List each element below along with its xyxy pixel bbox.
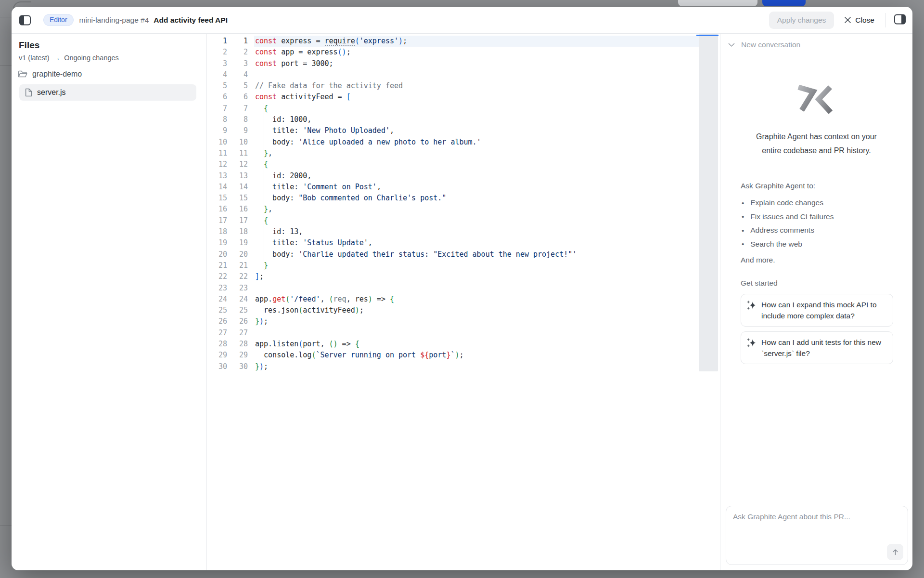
code-line[interactable]: 1313 id: 2000, bbox=[207, 171, 720, 182]
code-editor[interactable]: 11const express = require('express');22c… bbox=[207, 34, 720, 570]
code-text: id: 1000, bbox=[248, 114, 311, 125]
gutter-line-number-new: 11 bbox=[227, 148, 248, 159]
bullet-icon: • bbox=[742, 240, 744, 248]
code-line[interactable]: 66const activityFeed = [ bbox=[207, 92, 720, 103]
code-line[interactable]: 1616 }, bbox=[207, 204, 720, 215]
folder-name: graphite-demo bbox=[32, 70, 82, 79]
screen: Editor mini-landing-page #4 Add activity… bbox=[0, 0, 924, 578]
code-line[interactable]: 2525 res.json(activityFeed); bbox=[207, 305, 720, 316]
gutter-line-number-new: 10 bbox=[227, 137, 248, 148]
code-line[interactable]: 3030}); bbox=[207, 361, 720, 372]
code-line[interactable]: 55// Fake data for the activity feed bbox=[207, 80, 720, 92]
code-line[interactable]: 88 id: 1000, bbox=[207, 114, 720, 125]
code-line[interactable]: 1414 title: 'Comment on Post', bbox=[207, 182, 720, 193]
background-edge bbox=[0, 17, 12, 17]
gutter-line-number-new: 17 bbox=[227, 215, 248, 226]
code-text: }); bbox=[248, 361, 268, 372]
code-line[interactable]: 1818 id: 13, bbox=[207, 226, 720, 237]
gutter-line-number-old: 12 bbox=[207, 159, 227, 170]
arrow-right-icon: → bbox=[53, 54, 61, 62]
gutter-line-number-old: 18 bbox=[207, 226, 227, 237]
gutter-line-number-new: 1 bbox=[227, 36, 248, 47]
gutter-line-number-new: 16 bbox=[227, 204, 248, 215]
suggestion-card[interactable]: How can I add unit tests for this new `s… bbox=[741, 331, 893, 364]
gutter-line-number-old: 19 bbox=[207, 237, 227, 249]
background-primary-button bbox=[762, 0, 806, 6]
code-text: const port = 3000; bbox=[248, 58, 334, 69]
version-to: Ongoing changes bbox=[64, 54, 119, 62]
gutter-line-number-new: 20 bbox=[227, 249, 248, 260]
gutter-line-number-old: 27 bbox=[207, 328, 227, 339]
folder-item[interactable]: graphite-demo bbox=[18, 70, 82, 79]
ask-heading: Ask Graphite Agent to: bbox=[741, 182, 815, 190]
chat-input[interactable] bbox=[726, 506, 908, 540]
topbar: Editor mini-landing-page #4 Add activity… bbox=[12, 7, 912, 34]
code-text: { bbox=[248, 215, 268, 226]
gutter-line-number-old: 8 bbox=[207, 114, 227, 125]
capability-item: • Fix issues and CI failures bbox=[742, 210, 834, 224]
version-from: v1 (latest) bbox=[19, 54, 50, 62]
code-line[interactable]: 99 title: 'New Photo Uploaded', bbox=[207, 125, 720, 136]
gutter-line-number-old: 22 bbox=[207, 271, 227, 282]
code-line[interactable]: 2727 bbox=[207, 328, 720, 339]
gutter-line-number-old: 11 bbox=[207, 148, 227, 159]
gutter-line-number-new: 28 bbox=[227, 339, 248, 350]
suggestion-card[interactable]: How can I expand this mock API to includ… bbox=[741, 294, 893, 327]
background-search-bar bbox=[678, 0, 757, 6]
code-line[interactable]: 11const express = require('express'); bbox=[207, 36, 720, 47]
code-line[interactable]: 2424app.get('/feed', (req, res) => { bbox=[207, 294, 720, 305]
code-line[interactable]: 77 { bbox=[207, 103, 720, 114]
panel-toggle-icon[interactable] bbox=[894, 14, 906, 26]
version-range: v1 (latest) → Ongoing changes bbox=[19, 54, 119, 62]
code-line[interactable]: 2929 console.log(`Server running on port… bbox=[207, 350, 720, 361]
apply-changes-button[interactable]: Apply changes bbox=[769, 12, 834, 29]
close-button[interactable]: Close bbox=[843, 13, 876, 27]
conversation-label: New conversation bbox=[741, 40, 800, 49]
gutter-line-number-old: 7 bbox=[207, 103, 227, 114]
agent-tagline: Graphite Agent has context on your entir… bbox=[720, 130, 912, 158]
code-line[interactable]: 44 bbox=[207, 69, 720, 80]
get-started-heading: Get started bbox=[741, 279, 778, 288]
file-item-selected[interactable]: server.js bbox=[19, 84, 196, 101]
code-line[interactable]: 22const app = express(); bbox=[207, 47, 720, 58]
code-line[interactable]: 2828app.listen(port, () => { bbox=[207, 339, 720, 350]
graphite-logo bbox=[720, 83, 912, 114]
code-line[interactable]: 1212 { bbox=[207, 159, 720, 170]
code-line[interactable]: 2020 body: 'Charlie updated their status… bbox=[207, 249, 720, 260]
gutter-line-number-new: 13 bbox=[227, 171, 248, 182]
code-line[interactable]: 33const port = 3000; bbox=[207, 58, 720, 69]
code-text: title: 'New Photo Uploaded', bbox=[248, 125, 394, 136]
send-button[interactable] bbox=[887, 544, 903, 560]
background-edge bbox=[0, 525, 12, 525]
file-name: server.js bbox=[37, 88, 66, 97]
gutter-line-number-new: 7 bbox=[227, 103, 248, 114]
sidebar-toggle-icon[interactable] bbox=[19, 15, 31, 26]
close-label: Close bbox=[855, 16, 874, 25]
code-line[interactable]: 1717 { bbox=[207, 215, 720, 226]
code-text: { bbox=[248, 159, 268, 170]
code-text: id: 13, bbox=[248, 226, 303, 237]
code-line[interactable]: 2323 bbox=[207, 283, 720, 294]
code-line[interactable]: 2222]; bbox=[207, 271, 720, 282]
gutter-line-number-new: 3 bbox=[227, 58, 248, 69]
conversation-selector[interactable]: New conversation bbox=[728, 40, 800, 49]
gutter-line-number-old: 5 bbox=[207, 80, 227, 92]
gutter-line-number-old: 14 bbox=[207, 182, 227, 193]
chat-input-container bbox=[726, 506, 908, 565]
code-line[interactable]: 1111 }, bbox=[207, 148, 720, 159]
code-text: id: 2000, bbox=[248, 171, 311, 182]
code-text: } bbox=[248, 260, 268, 271]
gutter-line-number-old: 24 bbox=[207, 294, 227, 305]
code-text bbox=[248, 283, 255, 294]
code-line[interactable]: 2121 } bbox=[207, 260, 720, 271]
capability-label: Address comments bbox=[750, 226, 814, 235]
code-text: ]; bbox=[248, 271, 264, 282]
gutter-line-number-old: 13 bbox=[207, 171, 227, 182]
code-line[interactable]: 1919 title: 'Status Update', bbox=[207, 237, 720, 249]
code-line[interactable]: 1010 body: 'Alice uploaded a new photo t… bbox=[207, 137, 720, 148]
gutter-line-number-old: 4 bbox=[207, 69, 227, 80]
code-line[interactable]: 2626}); bbox=[207, 316, 720, 327]
code-text: const express = require('express'); bbox=[248, 36, 407, 47]
gutter-line-number-old: 25 bbox=[207, 305, 227, 316]
code-line[interactable]: 1515 body: "Bob commented on Charlie's p… bbox=[207, 193, 720, 204]
